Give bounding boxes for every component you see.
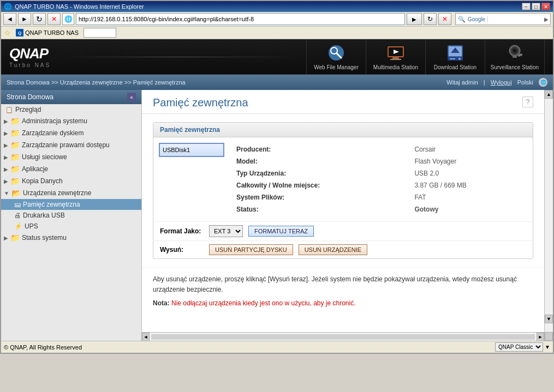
breadcrumb-bar: Strona Domowa >> Urządzenia zewnętrzne >… <box>1 75 553 90</box>
format-select[interactable]: EXT 3 EXT 2 FAT32 NTFS <box>209 225 243 237</box>
nav-web-file-manager[interactable]: Web File Manager <box>306 39 366 75</box>
browser-window: 🌐 QNAP TURBO NAS - Windows Internet Expl… <box>0 0 554 354</box>
main-layout: Strona Domowa « 📋 Przegląd ▶ 📁 Administr… <box>1 90 553 341</box>
format-now-button[interactable]: FORMATUJ TERAZ <box>248 226 314 237</box>
sidebar-item-status[interactable]: ▶ 📁 Status systemu <box>1 232 141 244</box>
copyright-text: © QNAP, All Rights Reserved <box>4 344 82 351</box>
sidebar-item-aplikacje[interactable]: ▶ 📁 Aplikacje <box>1 163 141 175</box>
forward-button[interactable]: ► <box>18 13 31 25</box>
refresh-button[interactable]: ↻ <box>33 13 46 25</box>
sidebar-item-pamiec[interactable]: 🖴 Pamięć zewnętrzna <box>1 199 141 210</box>
panel-header: Pamięć zewnętrzna <box>153 123 533 137</box>
content-wrapper: Pamięć zewnętrzna ? Pamięć zewnętrzna <box>142 90 544 341</box>
sidebar-item-label: Pamięć zewnętrzna <box>23 201 80 208</box>
sidebar-item-ups[interactable]: ⚡ UPS <box>1 221 141 232</box>
close-button[interactable]: ✕ <box>541 3 550 10</box>
device-item-usbdisk1[interactable]: USBDisk1 <box>159 143 224 157</box>
svg-rect-19 <box>513 56 517 58</box>
stop-button[interactable]: ✕ <box>47 13 61 25</box>
address-icon: 🌐 <box>62 13 74 25</box>
refresh-page-button[interactable]: ↻ <box>424 13 437 25</box>
scroll-down-btn[interactable]: ▼ <box>545 315 553 323</box>
bookmark-input[interactable] <box>84 28 116 38</box>
info-text: Aby usunąć urządzenie, proszę kliknąć [W… <box>153 274 533 295</box>
sidebar-item-uslugi[interactable]: ▶ 📁 Usługi sieciowe <box>1 151 141 163</box>
svg-rect-7 <box>390 59 401 60</box>
download-station-label: Download Station <box>434 64 476 70</box>
search-engine-icon: 🔍 <box>456 16 468 23</box>
panel-body: USBDisk1 Producent: Corsair <box>153 137 533 221</box>
detail-value: Corsair <box>412 144 526 155</box>
folder-icon: 📁 <box>10 141 20 149</box>
search-input[interactable] <box>488 15 543 23</box>
window-controls: − □ ✕ <box>522 3 550 10</box>
favorite-qnap[interactable]: Q QNAP TURBO NAS <box>14 28 81 37</box>
eject-label: Wysuń: <box>160 246 204 254</box>
nav-multimedia-station[interactable]: Multimedia Station <box>366 39 426 75</box>
back-button[interactable]: ◄ <box>3 13 16 25</box>
help-icon[interactable]: ? <box>522 97 533 107</box>
sidebar-item-label: UPS <box>25 222 38 230</box>
detail-value: FAT <box>412 192 526 203</box>
sidebar-item-przeglad[interactable]: 📋 Przegląd <box>1 104 141 115</box>
address-input[interactable] <box>76 13 405 25</box>
nav-download-station[interactable]: Download Station <box>425 39 485 75</box>
vertical-scrollbar[interactable]: ▲ ▼ <box>544 90 553 341</box>
sidebar-item-zarzadzanie-dyskiem[interactable]: ▶ 📁 Zarządzanie dyskiem <box>1 127 141 139</box>
usb-drive-icon: 🖴 <box>14 201 21 208</box>
language-selector[interactable]: 🌐 <box>539 78 547 87</box>
language-label: Polski <box>517 79 533 86</box>
sidebar-item-label: Drukarka USB <box>23 212 65 219</box>
breadcrumb-right: Witaj admin | Wyloguj Polski 🌐 <box>446 78 547 87</box>
minimize-button[interactable]: − <box>522 3 531 10</box>
detail-label: Producent: <box>234 144 410 155</box>
go-button[interactable]: ▶ <box>407 13 422 25</box>
scroll-up-btn[interactable]: ▲ <box>545 90 553 99</box>
sidebar-item-administracja[interactable]: ▶ 📁 Administracja systemu <box>1 115 141 127</box>
remove-device-button[interactable]: USUŃ URZĄDZENIE <box>299 244 368 255</box>
scroll-right-btn[interactable]: ► <box>537 333 544 341</box>
maximize-button[interactable]: □ <box>532 3 540 10</box>
table-row: Typ Urządzenia: USB 2.0 <box>234 168 526 179</box>
title-bar: 🌐 QNAP TURBO NAS - Windows Internet Expl… <box>1 1 553 12</box>
folder-expand-icon: ▶ <box>4 166 8 172</box>
scroll-left-btn[interactable]: ◄ <box>142 333 150 341</box>
folder-icon: 📁 <box>10 233 20 242</box>
content-area: Pamięć zewnętrzna ? Pamięć zewnętrzna <box>142 90 544 332</box>
favorite-label: QNAP TURBO NAS <box>25 29 79 36</box>
horizontal-scrollbar[interactable]: ◄ ► <box>142 332 544 341</box>
sidebar-item-zarzadzanie-prawami[interactable]: ▶ 📁 Zarządzanie prawami dostępu <box>1 139 141 151</box>
svg-rect-6 <box>392 57 399 59</box>
note-text: Nie odłączaj urządzenia kiedy jest ono w… <box>171 299 356 307</box>
sidebar-item-label: Urządzenia zewnętrzne <box>23 189 91 197</box>
sidebar-item-label: Kopia Danych <box>22 177 63 185</box>
folder-expand-icon: ▶ <box>4 142 8 148</box>
theme-dropdown-icon[interactable]: ▼ <box>545 344 550 350</box>
theme-selector[interactable]: QNAP Classic Default <box>495 342 543 352</box>
nav-surveillance-station[interactable]: Surveillance Station <box>485 39 545 75</box>
favorites-star[interactable]: ☆ <box>4 28 11 37</box>
title-bar-left: 🌐 QNAP TURBO NAS - Windows Internet Expl… <box>4 3 144 10</box>
format-row: Format Jako: EXT 3 EXT 2 FAT32 NTFS FORM… <box>153 221 533 240</box>
remove-partition-button[interactable]: USUŃ PARTYCJĘ DYSKU <box>209 244 293 255</box>
stop-page-button[interactable]: ✕ <box>438 13 451 25</box>
sidebar-item-label: Zarządzanie dyskiem <box>22 129 84 137</box>
note-paragraph: Nota: Nie odłączaj urządzenia kiedy jest… <box>153 298 533 309</box>
horizontal-scroll-track[interactable] <box>151 334 535 340</box>
sidebar-item-urzadzenia[interactable]: ▼ 📂 Urządzenia zewnętrzne <box>1 187 141 199</box>
logout-link[interactable]: Wyloguj <box>491 79 512 86</box>
folder-expand-icon: ▶ <box>4 130 8 136</box>
sidebar-item-drukarka[interactable]: 🖨 Drukarka USB <box>1 210 141 221</box>
folder-icon: 📁 <box>10 177 20 185</box>
scroll-track <box>545 99 553 315</box>
search-go-icon[interactable]: ▶ <box>543 16 550 22</box>
ups-icon: ⚡ <box>14 222 22 230</box>
browser-status-bar: © QNAP, All Rights Reserved QNAP Classic… <box>1 341 553 353</box>
svg-point-17 <box>514 50 516 52</box>
sidebar-item-kopia[interactable]: ▶ 📁 Kopia Danych <box>1 175 141 187</box>
table-row: Status: Gotowy <box>234 204 526 215</box>
favorites-bar: ☆ Q QNAP TURBO NAS <box>1 27 553 39</box>
sidebar-collapse-button[interactable]: « <box>127 93 136 101</box>
top-navigation: Web File Manager Multimedia Station <box>307 39 545 75</box>
qnap-logo: QNAP Turbo NAS <box>9 45 51 68</box>
